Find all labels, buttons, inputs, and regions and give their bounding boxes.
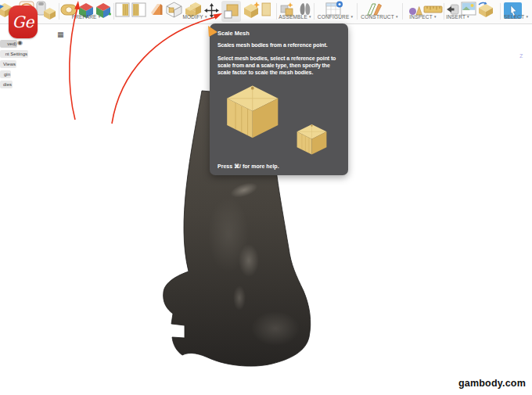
grid-icon[interactable]: ▦ — [57, 31, 64, 38]
configure-dropdown[interactable]: CONFIGURE▾ — [314, 14, 357, 21]
insert-label: INSERT — [446, 14, 466, 20]
mesh-highlight — [228, 180, 259, 200]
toolbar: PREPARE▾ — [0, 0, 532, 24]
scale-illustration — [214, 83, 344, 164]
chevron-down-icon: ▾ — [351, 14, 354, 19]
prepare-label: PREPARE — [72, 14, 97, 20]
viewcube-axis-label: z — [519, 52, 523, 59]
app-window: z — [0, 0, 532, 395]
modify-dropdown[interactable]: MODIFY▾ — [113, 14, 276, 21]
mesh-highlight — [239, 244, 259, 277]
mesh-highlight — [233, 285, 246, 311]
watermark-text: gambody.com — [458, 378, 526, 389]
scale-mesh-icon — [224, 4, 239, 19]
chevron-down-icon: ▾ — [434, 14, 437, 19]
inspect-label: INSPECT — [409, 14, 433, 20]
chevron-down-icon: ▾ — [99, 14, 101, 19]
red-arrow-curve — [112, 17, 215, 124]
mesh-highlight — [251, 311, 300, 346]
logo-text: Ge — [13, 13, 34, 31]
browser-item-origin[interactable]: gin — [0, 70, 11, 78]
select-label: SELECT — [504, 14, 525, 20]
mesh-highlight — [208, 197, 249, 272]
browser-item-bodies[interactable]: dies — [0, 81, 13, 88]
browser-item-named-views[interactable]: Views — [0, 60, 16, 68]
insert-dropdown[interactable]: INSERT▾ — [438, 14, 477, 21]
visibility-radio-icon[interactable]: ◉ — [17, 39, 23, 46]
configure-label: CONFIGURE — [318, 14, 350, 20]
browser-item-document-settings[interactable]: nt Settings — [0, 50, 28, 58]
select-dropdown[interactable]: SELECT▾ — [500, 14, 532, 21]
chevron-down-icon: ▾ — [309, 14, 311, 19]
assemble-label: ASSEMBLE — [279, 14, 307, 20]
scale-mesh-button[interactable] — [221, 1, 241, 22]
prepare-dropdown[interactable]: PREPARE▾ — [59, 14, 113, 21]
tooltip-summary: Scales mesh bodies from a reference poin… — [217, 42, 344, 49]
chevron-down-icon: ▾ — [205, 14, 207, 19]
assemble-dropdown[interactable]: ASSEMBLE▾ — [276, 14, 314, 21]
scale-mesh-tooltip: Scale Mesh Scales mesh bodies from a ref… — [210, 23, 348, 175]
chevron-down-icon: ▾ — [467, 14, 469, 19]
chevron-down-icon: ▾ — [396, 14, 398, 19]
modify-label: MODIFY — [182, 14, 203, 20]
gambody-logo: Ge — [9, 5, 38, 38]
red-arrow-curve — [70, 8, 77, 120]
insert-mesh-file-icon[interactable] — [477, 2, 494, 18]
tooltip-description: Select mesh bodies, select a reference p… — [217, 56, 344, 76]
browser-item-document[interactable]: ved) — [0, 40, 17, 48]
construct-label: CONSTRUCT — [361, 14, 394, 20]
construct-dropdown[interactable]: CONSTRUCT▾ — [357, 14, 402, 21]
tooltip-title: Scale Mesh — [217, 30, 250, 37]
tooltip-footer: Press ⌘/ for more help. — [217, 163, 279, 170]
small-mesh-cube-icon[interactable] — [43, 7, 56, 20]
chevron-down-icon: ▾ — [526, 14, 528, 19]
